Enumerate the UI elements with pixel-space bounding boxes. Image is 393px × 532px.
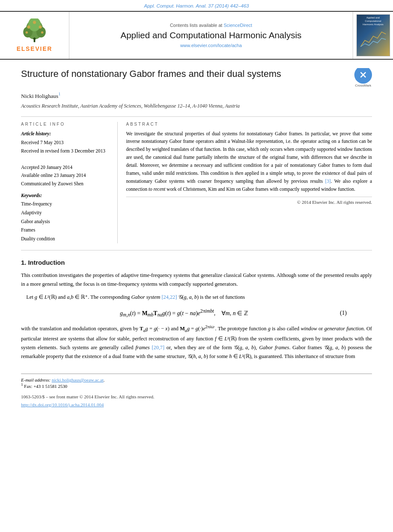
- abstract-column: ABSTRACT We investigate the structural p…: [126, 122, 372, 243]
- journal-reference: Appl. Comput. Harmon. Anal. 37 (2014) 44…: [0, 0, 393, 11]
- elsevier-tree-icon: [16, 18, 53, 44]
- divider-1: [21, 116, 372, 117]
- journal-title-section: Contents lists available at ScienceDirec…: [69, 12, 353, 59]
- ref-20-7-link[interactable]: [20,7]: [152, 345, 164, 350]
- keywords-section: Keywords: Time-frequency Adaptivity Gabo…: [21, 193, 111, 243]
- author-name: Nicki Holighaus1: [21, 92, 372, 100]
- footer-issn: 1063-5203/$ – see front matter © 2014 El…: [21, 393, 372, 408]
- keyword-4: Frames: [21, 227, 35, 232]
- keyword-2: Adaptivity: [21, 210, 42, 215]
- introduction-section: 1. Introduction This contribution invest…: [21, 259, 372, 361]
- equation-1-content: gm,n(t) = MmbTnag(t) = g(t − na)e2πimbt,…: [38, 306, 330, 320]
- intro-para-1: This contribution investigates the prope…: [21, 271, 372, 289]
- footnote-email: E-mail address: nicki.holighaus@oeaw.ac.…: [21, 377, 372, 382]
- received-date: Received 7 May 2013: [21, 140, 63, 145]
- intro-heading: 1. Introduction: [21, 259, 372, 266]
- journal-cover-image: Applied andComputationalHarmonic Analysi…: [356, 14, 390, 56]
- keyword-3: Gabor analysis: [21, 219, 50, 224]
- cover-chart-icon: [359, 28, 388, 49]
- svg-point-8: [26, 31, 28, 34]
- intro-para-3: with the translation and modulation oper…: [21, 323, 372, 361]
- email-link[interactable]: nicki.holighaus@oeaw.ac.at: [52, 377, 103, 382]
- crossmark-logo: [357, 69, 369, 81]
- elsevier-wordmark: ELSEVIER: [16, 45, 52, 52]
- journal-full-title: Applied and Computational Harmonic Analy…: [121, 29, 302, 41]
- paper-title: Structure of nonstationary Gabor frames …: [21, 68, 372, 80]
- abstract-heading: ABSTRACT: [126, 122, 372, 126]
- equation-1-number: (1): [330, 307, 347, 319]
- keyword-1: Time-frequency: [21, 201, 52, 206]
- contents-available: Contents lists available at ScienceDirec…: [170, 23, 252, 28]
- copyright: © 2014 Elsevier Inc. All rights reserved…: [126, 197, 372, 205]
- svg-point-5: [27, 26, 30, 29]
- divider-2: [21, 250, 372, 250]
- communicated-by: Communicated by Zuowei Shen: [21, 181, 84, 186]
- journal-header: ELSEVIER Contents lists available at Sci…: [0, 11, 393, 60]
- available-date: Available online 23 January 2014: [21, 173, 86, 178]
- revised-date: Received in revised form 3 December 2013: [21, 148, 106, 153]
- issn-line: 1063-5203/$ – see front matter © 2014 El…: [21, 393, 372, 401]
- svg-point-6: [39, 26, 42, 29]
- equation-1: gm,n(t) = MmbTnag(t) = g(t − na)e2πimbt,…: [38, 306, 347, 320]
- abstract-text: We investigate the structural properties…: [126, 130, 372, 194]
- crossmark-label: CrossMark: [354, 84, 372, 87]
- keyword-5: Duality condition: [21, 236, 55, 241]
- history-label: Article history:: [21, 130, 111, 138]
- sciencedirect-link[interactable]: ScienceDirect: [224, 23, 252, 28]
- ref-24-22-link[interactable]: [24,22]: [161, 294, 177, 300]
- main-content: CrossMark Structure of nonstationary Gab…: [0, 60, 393, 421]
- article-info-abstract-section: ARTICLE INFO Article history: Received 7…: [21, 122, 372, 243]
- doi-line: http://dx.doi.org/10.1016/j.acha.2014.01…: [21, 401, 372, 409]
- svg-rect-11: [34, 40, 35, 42]
- elsevier-logo-section: ELSEVIER: [0, 12, 69, 59]
- crossmark-icon: [354, 68, 372, 84]
- keywords-list: Time-frequency Adaptivity Gabor analysis…: [21, 200, 111, 243]
- footnote-fax: 1 Fax: +43 1 51581 2530: [21, 382, 372, 389]
- svg-point-9: [41, 31, 44, 34]
- doi-link[interactable]: http://dx.doi.org/10.1016/j.acha.2014.01…: [21, 402, 104, 407]
- keywords-label: Keywords:: [21, 193, 111, 198]
- intro-para-2: Let g ∈ L²(ℝ) and a,b ∈ ℝ⁺. The correspo…: [21, 293, 372, 302]
- affiliation: Acoustics Research Institute, Austrian A…: [21, 102, 372, 110]
- article-history: Article history: Received 7 May 2013 Rec…: [21, 130, 111, 188]
- article-info-heading: ARTICLE INFO: [21, 122, 111, 126]
- journal-url[interactable]: www.elsevier.com/locate/acha: [180, 43, 242, 48]
- journal-cover-section: Applied andComputationalHarmonic Analysi…: [353, 12, 393, 59]
- svg-point-7: [33, 21, 36, 24]
- footnote-area: E-mail address: nicki.holighaus@oeaw.ac.…: [21, 374, 372, 389]
- ref-3-link[interactable]: [3]: [325, 179, 331, 184]
- accepted-date: Accepted 20 January 2014: [21, 165, 72, 170]
- svg-point-10: [33, 37, 36, 40]
- article-info-column: ARTICLE INFO Article history: Received 7…: [21, 122, 118, 243]
- crossmark-section: CrossMark: [354, 68, 372, 87]
